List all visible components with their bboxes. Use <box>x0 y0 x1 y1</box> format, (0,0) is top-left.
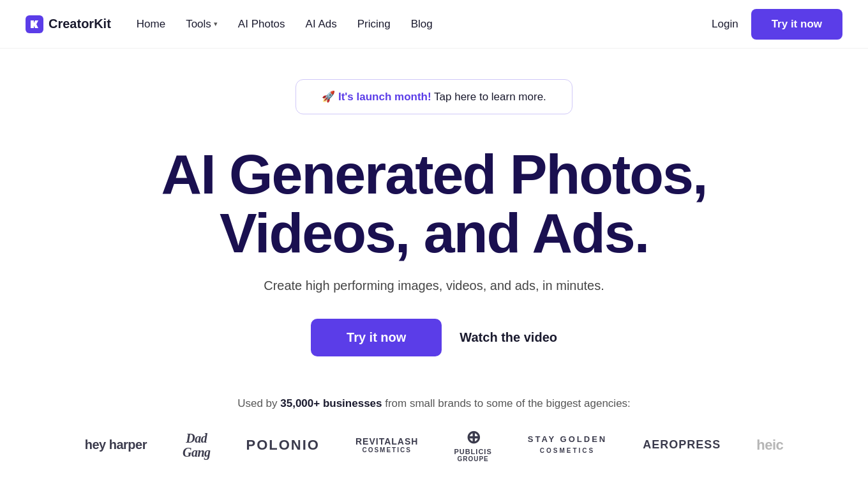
brand-dad-gang: DadGang <box>165 431 228 459</box>
used-by-section: Used by 35,000+ businesses from small br… <box>15 397 853 462</box>
logo-link[interactable]: CreatorKit <box>26 15 111 33</box>
hero-headline: AI Generated Photos, Videos, and Ads. <box>161 145 707 263</box>
logo-text: CreatorKit <box>49 17 111 31</box>
watch-video-link[interactable]: Watch the video <box>460 330 557 345</box>
brand-logos-row: hey harper DadGang POLONIO REVITALASH CO… <box>15 428 853 462</box>
launch-banner[interactable]: 🚀 It's launch month! Tap here to learn m… <box>296 79 572 114</box>
nav-ai-ads[interactable]: AI Ads <box>306 18 337 30</box>
hero-try-now-button[interactable]: Try it now <box>311 319 442 356</box>
cta-row: Try it now Watch the video <box>311 319 557 356</box>
banner-bold-text: It's launch month! <box>338 91 431 103</box>
nav-try-now-button[interactable]: Try it now <box>751 9 842 40</box>
hero-subheading: Create high performing images, videos, a… <box>264 278 604 293</box>
brand-stay-golden: STAY GOLDENCOSMETICS <box>510 434 625 456</box>
brand-publicis: ⊕ PUBLICIS GROUPE <box>436 428 509 462</box>
hero-section: 🚀 It's launch month! Tap here to learn m… <box>0 49 868 488</box>
login-link[interactable]: Login <box>712 18 738 31</box>
nav-links: Home Tools ▾ AI Photos AI Ads Pricing Bl… <box>137 18 433 31</box>
banner-emoji: 🚀 <box>322 91 335 103</box>
banner-rest-text: Tap here to learn more. <box>434 91 546 103</box>
nav-right: Login Try it now <box>712 9 842 40</box>
used-by-count: 35,000+ businesses <box>280 397 382 409</box>
brand-heic: heic <box>738 437 801 454</box>
brand-revitalash: REVITALASH COSMETICS <box>338 437 436 454</box>
navbar: CreatorKit Home Tools ▾ AI Photos AI Ads… <box>0 0 868 49</box>
nav-home[interactable]: Home <box>137 18 165 30</box>
brand-hey-harper: hey harper <box>67 438 165 452</box>
nav-ai-photos[interactable]: AI Photos <box>238 18 285 30</box>
nav-blog[interactable]: Blog <box>411 18 433 30</box>
chevron-down-icon: ▾ <box>214 20 218 28</box>
brand-polonio: POLONIO <box>228 437 338 454</box>
brand-aeropress: AeroPress <box>625 438 738 452</box>
nav-tools[interactable]: Tools ▾ <box>186 18 218 31</box>
used-by-text: Used by 35,000+ businesses from small br… <box>15 397 853 410</box>
nav-pricing[interactable]: Pricing <box>357 18 391 30</box>
logo-icon <box>26 15 43 33</box>
